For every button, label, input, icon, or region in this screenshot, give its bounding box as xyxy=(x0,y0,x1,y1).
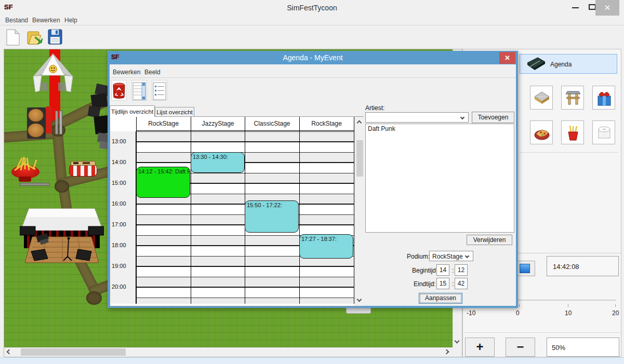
grid-scrollbar[interactable] xyxy=(355,117,364,306)
list-view-icon xyxy=(152,82,167,101)
dialog-close-icon: ✕ xyxy=(504,54,510,62)
agenda-event[interactable]: 13:30 - 14:30: xyxy=(191,152,245,173)
column-header: RockStage xyxy=(299,117,354,131)
dialog-title: Agenda - MyEvent xyxy=(108,53,518,62)
shop-fries-button[interactable] xyxy=(561,120,584,144)
scroll-up-icon[interactable] xyxy=(357,120,362,126)
artist-list-item[interactable]: Daft Punk xyxy=(366,124,514,133)
new-file-button[interactable] xyxy=(6,29,20,46)
artist-label: Artiest: xyxy=(365,104,384,112)
grid-vline xyxy=(299,117,300,304)
column-header: ClassicStage xyxy=(245,117,299,131)
time-label: 19:00 xyxy=(112,263,126,269)
timeline-grid[interactable]: RockStageJazzyStageClassicStageRockStage… xyxy=(110,116,364,306)
podium-combobox[interactable]: RockStage xyxy=(429,251,473,261)
chevron-down-icon xyxy=(460,115,464,119)
time-label: 15:00 xyxy=(112,180,126,186)
time-label: 13:00 xyxy=(112,138,126,144)
add-artist-button[interactable]: Toevoegen xyxy=(472,112,514,123)
status-bar xyxy=(0,357,624,364)
dialog-menu-bewerken[interactable]: Bewerken xyxy=(113,69,140,76)
sidebar-separator xyxy=(520,152,618,153)
fries-icon xyxy=(9,156,43,173)
agenda-event[interactable]: 15:50 - 17:22: xyxy=(245,200,299,232)
podium-label: Podium: xyxy=(407,253,430,260)
dialog-body: Bewerken Beeld Tijdlijn xyxy=(110,64,516,306)
close-button[interactable]: ✕ xyxy=(595,0,619,16)
entrance-tent[interactable] xyxy=(27,52,79,96)
window-titlebar: SF SimFestTycoon ✕ xyxy=(0,0,624,16)
tab-lijst-overzicht[interactable]: Lijst overzicht xyxy=(155,107,194,117)
fries-stand[interactable] xyxy=(9,156,43,187)
agenda-event[interactable]: 14:12 - 15:42: Daft Punk xyxy=(136,167,190,198)
apply-button[interactable]: Aanpassen xyxy=(419,293,462,304)
menu-help[interactable]: Help xyxy=(64,17,77,24)
scroll-right-icon[interactable] xyxy=(444,349,449,355)
end-hour-field[interactable]: 15 xyxy=(436,278,449,289)
column-header: JazzyStage xyxy=(191,117,245,131)
artist-listbox[interactable]: Daft Punk xyxy=(365,124,514,233)
dialog-menu-beeld[interactable]: Beeld xyxy=(144,69,161,76)
slider-tick-label: 20 xyxy=(612,309,619,317)
chevron-down-icon xyxy=(465,254,469,258)
main-menubar: Bestand Bewerken Help xyxy=(0,16,624,25)
dialog-close-button[interactable]: ✕ xyxy=(499,52,515,64)
zoom-level-value: 50% xyxy=(552,344,565,352)
artist-combobox[interactable] xyxy=(365,112,469,123)
timeline-view-button[interactable] xyxy=(131,80,147,101)
path-junction xyxy=(86,291,102,305)
menu-bestand[interactable]: Bestand xyxy=(5,17,28,24)
end-minute-field[interactable]: 42 xyxy=(455,278,468,289)
list-view-button[interactable] xyxy=(152,80,167,101)
time-label: 20:00 xyxy=(112,284,126,290)
grid-vline xyxy=(191,117,191,304)
fries-icon xyxy=(565,125,581,141)
shop-gift-button[interactable] xyxy=(592,86,615,110)
window-title: SimFestTycoon xyxy=(0,4,624,12)
dialog-menubar: Bewerken Beeld xyxy=(110,67,516,78)
minimize-button[interactable] xyxy=(568,0,583,16)
clock-display: 14:42:08 xyxy=(547,256,619,276)
agenda-button[interactable]: Agenda xyxy=(520,54,617,74)
time-label: 16:00 xyxy=(112,200,126,207)
shop-stage-button[interactable] xyxy=(561,86,584,110)
minimize-icon xyxy=(572,7,579,8)
dialog-titlebar[interactable]: SF Agenda - MyEvent ✕ xyxy=(108,51,518,64)
grid-vline xyxy=(136,117,137,304)
main-stage[interactable] xyxy=(20,208,104,267)
scroll-down-icon[interactable] xyxy=(455,339,460,344)
burger-stand[interactable] xyxy=(25,106,62,141)
zoom-out-button[interactable]: − xyxy=(506,338,535,357)
agenda-event[interactable]: 17:27 - 18:37: xyxy=(299,234,353,259)
agenda-button-label: Agenda xyxy=(550,61,572,68)
slider-tick-label: -10 xyxy=(467,309,475,317)
shop-road-button[interactable] xyxy=(530,86,553,110)
start-time-label: Begintijd: xyxy=(412,267,437,274)
remove-button[interactable]: Verwijderen xyxy=(467,235,512,245)
time-label: 17:00 xyxy=(112,221,126,227)
zoom-in-button[interactable]: + xyxy=(465,338,495,357)
save-button[interactable] xyxy=(48,29,62,45)
column-header: RockStage xyxy=(136,117,191,131)
map-horizontal-scrollbar[interactable] xyxy=(4,347,453,357)
start-hour-field[interactable]: 14 xyxy=(436,264,449,276)
shop-pizza-button[interactable] xyxy=(530,120,553,144)
save-floppy-icon xyxy=(48,29,62,45)
agenda-book-icon xyxy=(524,56,547,73)
zoom-level-field[interactable]: 50% xyxy=(547,338,619,357)
grid-scrollbar-thumb[interactable] xyxy=(356,140,363,177)
scroll-down-icon[interactable] xyxy=(357,297,362,302)
tab-tijdlijn-overzicht[interactable]: Tijdlijn overzicht xyxy=(110,105,155,117)
delete-event-button[interactable] xyxy=(111,80,127,101)
start-minute-field[interactable]: 12 xyxy=(455,264,468,276)
open-file-button[interactable] xyxy=(27,29,43,46)
shop-toilet-paper-button[interactable] xyxy=(592,120,615,144)
scroll-left-icon[interactable] xyxy=(7,349,12,355)
scrollbar-thumb[interactable] xyxy=(21,348,126,356)
slider-tick-label: 0 xyxy=(516,309,520,317)
gift-icon xyxy=(596,90,613,106)
clock-time: 14:42:08 xyxy=(553,263,579,271)
striped-stand[interactable] xyxy=(69,160,97,177)
menu-bewerken[interactable]: Bewerken xyxy=(32,17,60,24)
maximize-icon xyxy=(589,4,596,10)
